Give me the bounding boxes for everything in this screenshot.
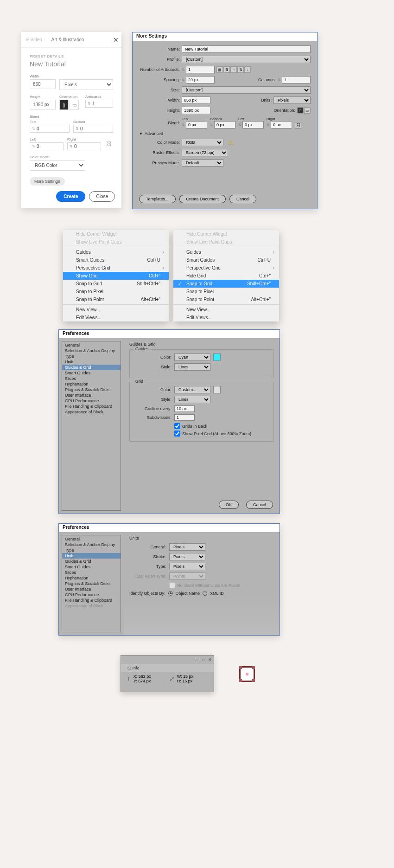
height-input[interactable] xyxy=(182,107,210,114)
object-name-radio[interactable] xyxy=(168,591,173,596)
bleed-top-input[interactable]: 0 xyxy=(30,125,70,133)
general-units-select[interactable]: Pixels xyxy=(169,543,205,551)
bleed-top[interactable] xyxy=(186,121,207,129)
guides-color-swatch[interactable] xyxy=(213,354,221,361)
orientation-icons[interactable]: ▯▭ xyxy=(297,107,311,114)
grid-color-swatch[interactable] xyxy=(213,386,221,393)
stroke-units-select[interactable]: Pixels xyxy=(169,553,205,560)
side-selection[interactable]: Selection & Anchor Display xyxy=(62,542,121,547)
show-pixel-grid-checkbox[interactable] xyxy=(174,431,180,437)
units-select[interactable]: Pixels xyxy=(273,96,311,104)
colormode-select[interactable]: RGB Color xyxy=(30,160,85,171)
gridline-every-input[interactable] xyxy=(174,405,195,412)
artboard-layout-icons[interactable]: ▦⇅↔⇅↓ xyxy=(216,66,251,73)
guides-style-select[interactable]: Lines xyxy=(174,363,210,371)
side-file[interactable]: File Handling & Clipboard xyxy=(62,598,121,603)
menu-snap-to-point[interactable]: Snap to PointAlt+Ctrl+" xyxy=(173,296,279,303)
side-general[interactable]: General xyxy=(62,342,121,348)
menu-snap-to-pixel[interactable]: Snap to Pixel xyxy=(63,288,169,296)
menu-snap-to-grid[interactable]: Snap to GridShift+Ctrl+" xyxy=(63,280,169,288)
side-plugins[interactable]: Plug-ins & Scratch Disks xyxy=(62,387,121,392)
raster-select[interactable]: Screen (72 ppi) xyxy=(182,149,228,156)
menu-smart-guides[interactable]: Smart GuidesCtrl+U xyxy=(63,256,169,264)
side-type[interactable]: Type xyxy=(62,354,121,359)
side-selection[interactable]: Selection & Anchor Display xyxy=(62,348,121,354)
menu-hide-grid[interactable]: Hide GridCtrl+" xyxy=(173,272,279,280)
menu-guides[interactable]: Guides xyxy=(63,248,169,256)
grid-color-select[interactable]: Custom... xyxy=(174,386,210,393)
profile-select[interactable]: [Custom] xyxy=(182,56,311,63)
menu-perspective-grid[interactable]: Perspective Grid xyxy=(63,264,169,272)
preview-select[interactable]: Default xyxy=(182,159,223,167)
bleed-bottom-input[interactable]: 0 xyxy=(73,125,113,133)
grids-in-back-checkbox[interactable] xyxy=(174,423,180,429)
side-slices[interactable]: Slices xyxy=(62,570,121,575)
create-document-button[interactable]: Create Document xyxy=(179,195,226,203)
menu-edit-views[interactable]: Edit Views... xyxy=(63,314,169,321)
side-black[interactable]: Appearance of Black xyxy=(62,603,121,609)
side-ui[interactable]: User Interface xyxy=(62,586,121,592)
xml-id-radio[interactable] xyxy=(203,591,207,596)
menu-show-grid[interactable]: Show GridCtrl+" xyxy=(63,272,169,280)
side-hyphenation[interactable]: Hyphenation xyxy=(62,381,121,387)
side-plugins[interactable]: Plug-ins & Scratch Disks xyxy=(62,581,121,586)
name-input[interactable] xyxy=(182,45,311,53)
side-file[interactable]: File Handling & Clipboard xyxy=(62,404,121,409)
menu-edit-views[interactable]: Edit Views... xyxy=(173,314,279,321)
landscape-icon[interactable]: ▭ xyxy=(70,100,79,110)
menu-snap-to-grid[interactable]: Snap to GridShift+Ctrl+" xyxy=(173,280,279,288)
side-type[interactable]: Type xyxy=(62,547,121,553)
units-select[interactable]: Pixels xyxy=(59,79,113,90)
close-button[interactable]: Close xyxy=(89,191,115,202)
advanced-toggle[interactable]: Advanced xyxy=(139,131,311,136)
more-settings-button[interactable]: More Settings xyxy=(30,177,65,186)
height-input[interactable] xyxy=(30,100,56,109)
portrait-icon[interactable]: ▯ xyxy=(59,100,69,110)
side-black[interactable]: Appearance of Black xyxy=(62,409,121,415)
create-button[interactable]: Create xyxy=(56,191,85,202)
menu-perspective-grid[interactable]: Perspective Grid xyxy=(173,264,279,272)
side-units[interactable]: Units xyxy=(62,553,121,559)
menu-new-view[interactable]: New View... xyxy=(63,306,169,314)
menu-snap-to-point[interactable]: Snap to PointAlt+Ctrl+" xyxy=(63,296,169,303)
bleed-right-input[interactable]: 0 xyxy=(67,142,101,150)
side-units[interactable]: Units xyxy=(62,359,121,365)
side-gpu[interactable]: GPU Performance xyxy=(62,398,121,404)
colormode-select[interactable]: RGB xyxy=(182,139,223,146)
side-slices[interactable]: Slices xyxy=(62,376,121,381)
cancel-button[interactable]: Cancel xyxy=(229,195,256,203)
tab-menu-icon[interactable]: ≣ xyxy=(195,657,198,662)
side-guides-grid[interactable]: Guides & Grid xyxy=(62,365,121,370)
side-smart-guides[interactable]: Smart Guides xyxy=(62,564,121,570)
close-icon[interactable]: ✕ xyxy=(113,36,119,44)
artboards-input[interactable]: 1 xyxy=(85,100,113,108)
ok-button[interactable]: OK xyxy=(219,501,239,509)
bleed-left[interactable] xyxy=(242,121,264,129)
menu-new-view[interactable]: New View... xyxy=(173,306,279,314)
width-input[interactable] xyxy=(182,96,210,104)
bleed-left-input[interactable]: 0 xyxy=(30,142,64,150)
width-input[interactable] xyxy=(30,79,56,89)
menu-smart-guides[interactable]: Smart GuidesCtrl+U xyxy=(173,256,279,264)
link-icon[interactable]: ⛓ xyxy=(105,141,113,147)
side-smart-guides[interactable]: Smart Guides xyxy=(62,370,121,376)
menu-snap-to-pixel[interactable]: Snap to Pixel xyxy=(173,288,279,296)
bleed-link-icon[interactable]: ⛓ xyxy=(295,122,301,129)
bleed-right[interactable] xyxy=(271,121,292,129)
tab-video[interactable]: & Video xyxy=(21,37,47,42)
menu-guides[interactable]: Guides xyxy=(173,248,279,256)
side-hyphenation[interactable]: Hyphenation xyxy=(62,575,121,581)
templates-button[interactable]: Templates... xyxy=(139,195,176,203)
preset-name-input[interactable]: New Tutorial xyxy=(30,60,113,68)
info-tab[interactable]: ◌ Info xyxy=(127,666,140,670)
tab-art-illustration[interactable]: Art & Illustration xyxy=(47,37,89,42)
artboards-input[interactable] xyxy=(186,66,215,73)
subdivisions-input[interactable] xyxy=(174,414,195,421)
grid-style-select[interactable]: Lines xyxy=(174,396,210,403)
side-general[interactable]: General xyxy=(62,536,121,542)
guides-color-select[interactable]: Cyan xyxy=(174,354,210,361)
side-ui[interactable]: User Interface xyxy=(62,392,121,398)
type-units-select[interactable]: Pixels xyxy=(169,563,205,570)
collapse-icon[interactable]: ↔ xyxy=(201,657,205,662)
side-guides-grid[interactable]: Guides & Grid xyxy=(62,559,121,564)
